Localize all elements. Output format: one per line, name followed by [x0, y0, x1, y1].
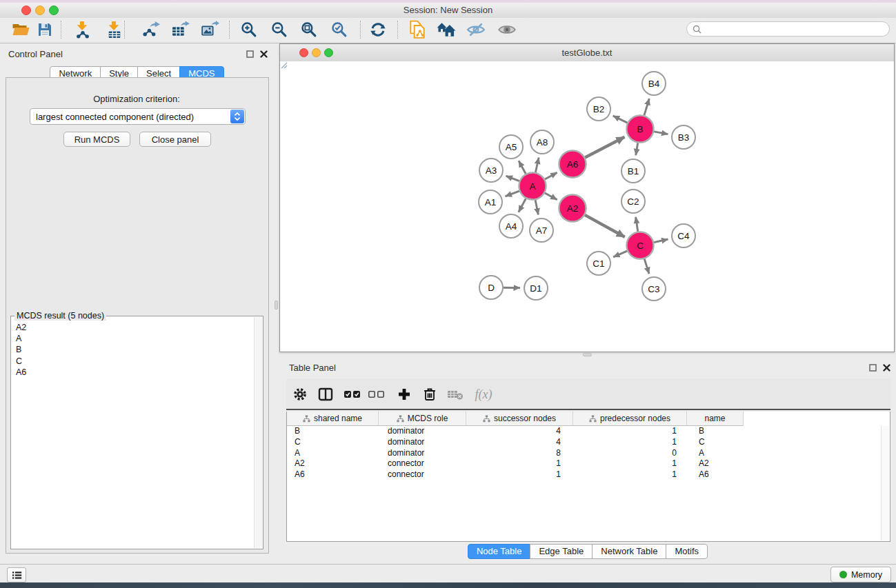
export-table-button[interactable] [170, 19, 190, 40]
edge-A-A6[interactable] [545, 172, 557, 179]
edge-A-A1[interactable] [506, 191, 519, 196]
edge-C-C3[interactable] [644, 259, 649, 274]
result-item[interactable]: A6 [12, 367, 255, 378]
graph-node-C3[interactable]: C3 [642, 277, 666, 301]
edge-A-A4[interactable] [519, 199, 526, 212]
zoom-selected-button[interactable] [329, 19, 350, 40]
resize-grip-icon[interactable] [280, 61, 288, 69]
run-mcds-button[interactable]: Run MCDS [63, 132, 130, 147]
import-network-button[interactable] [72, 19, 93, 40]
hide-selected-button[interactable] [466, 19, 486, 40]
result-item[interactable]: A [12, 333, 255, 344]
search-input[interactable] [705, 23, 889, 34]
import-table-button[interactable] [104, 19, 125, 40]
criterion-select[interactable]: largest connected component (directed) [30, 108, 246, 125]
show-panels-button[interactable] [7, 567, 26, 582]
edge-B-B3[interactable] [654, 132, 668, 134]
horizontal-splitter-handle[interactable] [583, 353, 592, 356]
graph-node-C2[interactable]: C2 [621, 190, 645, 213]
graph-node-B2[interactable]: B2 [587, 97, 610, 121]
graph-node-A4[interactable]: A4 [499, 214, 523, 238]
table-row[interactable]: A2connector11A2 [287, 458, 890, 469]
save-session-button[interactable] [34, 19, 55, 40]
column-header-predecessor-nodes[interactable]: predecessor nodes [573, 412, 687, 426]
table-scrollbar[interactable] [881, 426, 889, 540]
edge-A-A5[interactable] [519, 161, 526, 174]
column-visibility-button[interactable] [315, 383, 337, 405]
new-network-from-selection-button[interactable] [407, 19, 428, 40]
edge-A-A7[interactable] [535, 200, 538, 214]
export-network-button[interactable] [140, 19, 161, 40]
column-header-shared-name[interactable]: shared name [287, 412, 379, 426]
edge-A-A2[interactable] [545, 193, 557, 200]
graph-node-A8[interactable]: A8 [530, 130, 554, 154]
graph-node-A[interactable]: A [519, 173, 546, 200]
refresh-view-button[interactable] [368, 19, 388, 40]
network-zoom-button[interactable] [324, 48, 333, 57]
tab-motifs[interactable]: Motifs [666, 544, 708, 559]
edge-A-A3[interactable] [506, 176, 519, 181]
result-scrollbar[interactable] [254, 317, 262, 548]
select-all-button[interactable] [341, 383, 364, 405]
result-item[interactable]: C [12, 356, 255, 367]
export-image-button[interactable] [199, 19, 220, 40]
graph-node-D1[interactable]: D1 [524, 276, 548, 300]
graph-node-C1[interactable]: C1 [587, 252, 610, 275]
graph-node-C4[interactable]: C4 [672, 224, 695, 247]
graph-node-A2[interactable]: A2 [559, 195, 586, 222]
control-panel-close-button[interactable] [259, 50, 268, 59]
zoom-in-button[interactable] [239, 19, 259, 40]
zoom-out-button[interactable] [269, 19, 290, 40]
graph-node-D[interactable]: D [479, 276, 503, 299]
search-field[interactable] [686, 21, 890, 37]
edge-A2-C[interactable] [585, 215, 625, 237]
column-header-successor-nodes[interactable]: successor nodes [466, 412, 573, 426]
delete-row-button[interactable] [419, 383, 441, 405]
control-panel-float-button[interactable] [246, 50, 255, 59]
edge-C-C1[interactable] [613, 251, 627, 257]
edge-A-A8[interactable] [535, 158, 539, 173]
table-panel-close-button[interactable] [882, 363, 891, 372]
network-canvas[interactable]: AA1A2A3A4A5A6A7A8BB1B2B3B4CC1C2C3C4DD1 [280, 61, 894, 352]
graph-node-A3[interactable]: A3 [479, 159, 503, 182]
column-header-mcds-role[interactable]: MCDS role [379, 412, 466, 426]
column-header-name[interactable]: name [687, 412, 744, 426]
zoom-fit-button[interactable] [299, 19, 319, 40]
table-row[interactable]: Adominator80A [287, 448, 890, 459]
network-minimize-button[interactable] [312, 48, 321, 57]
network-close-button[interactable] [299, 48, 308, 57]
open-file-button[interactable] [10, 19, 31, 40]
function-builder-button[interactable]: f(x) [469, 383, 498, 405]
show-all-button[interactable] [497, 19, 517, 40]
graph-node-B3[interactable]: B3 [672, 125, 695, 149]
edge-B-B1[interactable] [636, 143, 638, 155]
table-settings-button[interactable] [289, 383, 311, 405]
graph-node-A1[interactable]: A1 [479, 190, 502, 214]
edge-C-C2[interactable] [636, 217, 638, 232]
memory-button[interactable]: Memory [830, 567, 891, 582]
edge-B-B2[interactable] [613, 116, 628, 123]
tab-node-table[interactable]: Node Table [468, 544, 531, 559]
table-row[interactable]: Bdominator41B [287, 426, 890, 437]
tab-edge-table[interactable]: Edge Table [530, 544, 593, 559]
tab-network-table[interactable]: Network Table [592, 544, 666, 559]
graph-node-A7[interactable]: A7 [530, 219, 553, 242]
graph-node-B1[interactable]: B1 [621, 159, 645, 183]
result-item[interactable]: A2 [12, 322, 255, 333]
edge-B-B4[interactable] [644, 99, 649, 115]
graph-node-A5[interactable]: A5 [499, 135, 523, 159]
edge-A6-B[interactable] [585, 137, 624, 158]
deselect-all-button[interactable] [366, 383, 388, 405]
result-item[interactable]: B [12, 344, 255, 355]
graph-node-B4[interactable]: B4 [642, 72, 666, 95]
table-panel-float-button[interactable] [868, 363, 877, 372]
edge-C-C4[interactable] [654, 239, 668, 243]
graph-node-A6[interactable]: A6 [559, 151, 586, 178]
first-neighbors-button[interactable] [436, 19, 457, 40]
delete-table-button[interactable] [444, 383, 466, 405]
add-row-button[interactable] [393, 383, 415, 405]
graph-node-B[interactable]: B [627, 116, 654, 143]
graph-node-C[interactable]: C [627, 232, 654, 259]
table-row[interactable]: A6connector11A6 [287, 469, 890, 480]
vertical-splitter-handle[interactable] [275, 301, 278, 310]
